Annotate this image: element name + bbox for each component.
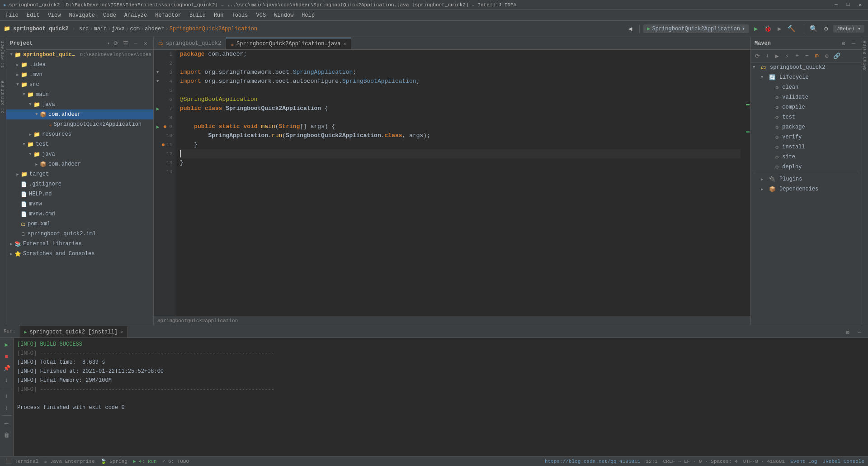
pin-tab-btn[interactable]: 📌 [2, 363, 12, 373]
event-log-link[interactable]: Event Log [790, 459, 817, 464]
maven-dependencies[interactable]: ▶ 📦 Dependencies [751, 184, 862, 194]
tree-mvnw[interactable]: 📄 mvnw [6, 199, 153, 209]
settings-btn[interactable]: ⚙ [821, 24, 831, 34]
menu-code[interactable]: Code [99, 11, 120, 19]
panel-collapse-btn[interactable]: — [132, 39, 140, 48]
tree-idea[interactable]: ▶ 📁 .idea [6, 60, 153, 70]
maven-collapse-btn[interactable]: − [802, 52, 811, 61]
run-tab[interactable]: ▶ springboot_quick2 [install] ✕ [19, 326, 128, 338]
tree-helpmd[interactable]: 📄 HELP.md [6, 189, 153, 199]
setup-guide-tab[interactable]: Setup Guide [862, 39, 868, 72]
tree-java-src[interactable]: ▼ 📁 java [6, 100, 153, 109]
tab-maven[interactable]: 🗂 springboot_quick2 [154, 38, 226, 49]
up-nav-btn[interactable]: ↑ [2, 391, 12, 401]
breadcrumb-com[interactable]: com [130, 26, 140, 32]
maven-settings-btn[interactable]: ⚙ [839, 39, 848, 48]
maven-site[interactable]: ⚙ site [751, 152, 862, 162]
maven-root[interactable]: ▼ 🗂 springboot_quick2 [751, 62, 862, 72]
menu-analyze[interactable]: Analyze [121, 11, 151, 19]
spring-btn[interactable]: 🍃 Spring [99, 458, 129, 464]
maven-run-btn[interactable]: ▶ [773, 52, 782, 61]
menu-navigate[interactable]: Navigate [65, 11, 99, 19]
maven-refresh-btn[interactable]: ⟳ [753, 52, 762, 61]
fold-4[interactable]: ▼ [156, 79, 159, 84]
tree-resources[interactable]: ▶ 📁 resources [6, 129, 153, 139]
maven-deploy[interactable]: ⚙ deploy [751, 162, 862, 172]
todo-btn[interactable]: ✓ 6: TODO [160, 458, 191, 464]
csdn-link[interactable]: https://blog.csdn.net/qq_4186811 [545, 459, 640, 464]
maven-more-btn[interactable]: ⚙ [822, 52, 831, 61]
tree-com-ahdeer[interactable]: ▼ 📦 com.ahdeer [6, 109, 153, 119]
menu-run[interactable]: Run [210, 11, 227, 19]
menu-view[interactable]: View [44, 11, 65, 19]
code-editor[interactable]: package com.ahdeer; import org.springfra… [176, 50, 744, 316]
run-coverage-btn[interactable]: ▶ [774, 24, 785, 34]
maven-test[interactable]: ⚙ test [751, 112, 862, 122]
breadcrumb-java[interactable]: java [112, 26, 125, 32]
fold-3[interactable]: ▼ [156, 70, 159, 75]
tree-springboot-app[interactable]: ☕ SpringbootQuick2Application [6, 119, 153, 129]
maven-link-btn[interactable]: 🔗 [832, 52, 841, 61]
tree-extlibs[interactable]: ▶ 📚 External Libraries [6, 239, 153, 249]
tree-scratches[interactable]: ▶ ⭐ Scratches and Consoles [6, 249, 153, 259]
minimize-btn[interactable]: ─ [832, 2, 840, 8]
maven-compile[interactable]: ⚙ compile [751, 102, 862, 112]
panel-hide-btn[interactable]: ✕ [142, 39, 150, 48]
maven-close-btn[interactable]: — [849, 39, 858, 48]
tree-src[interactable]: ▼ 📁 src [6, 80, 153, 90]
soft-wrap-btn[interactable]: ⟵ [2, 418, 12, 428]
run-config-selector[interactable]: ▶ SpringbootQuick2Application ▾ [643, 24, 749, 33]
breadcrumb-ahdeer[interactable]: ahdeer [145, 26, 164, 32]
back-btn[interactable]: ◀ [625, 24, 636, 34]
panel-sync-btn[interactable]: ⟳ [112, 39, 120, 48]
menu-tools[interactable]: Tools [228, 11, 252, 19]
maven-package[interactable]: ⚙ package [751, 122, 862, 132]
panel-settings-btn[interactable]: ☰ [122, 39, 130, 48]
tree-main[interactable]: ▼ 📁 main [6, 90, 153, 100]
maven-lifecycle[interactable]: ▼ 🔄 Lifecycle [751, 72, 862, 82]
menu-window[interactable]: Window [270, 11, 297, 19]
tab-close-btn[interactable]: ✕ [343, 41, 346, 47]
run-panel-minimize-btn[interactable]: — [854, 328, 864, 338]
maven-install[interactable]: ⚙ install [751, 142, 862, 152]
java-enterprise-btn[interactable]: ☕ Java Enterprise [42, 458, 96, 464]
tree-test[interactable]: ▼ 📁 test [6, 139, 153, 149]
tree-test-com-ahdeer[interactable]: ▶ 📦 com.ahdeer [6, 159, 153, 169]
structure-tab-btn[interactable]: 2: Structure [0, 79, 6, 115]
tab-main-java[interactable]: ☕ SpringbootQuick2Application.java ✕ [226, 38, 351, 49]
run-7[interactable]: ▶ [156, 106, 160, 112]
tree-mvn[interactable]: ▶ 📁 .mvn [6, 70, 153, 80]
terminal-btn[interactable]: ⬛ Terminal [4, 458, 40, 464]
jrebel-console-link[interactable]: JRebel Console [823, 459, 864, 464]
run-btn[interactable]: ▶ [750, 24, 761, 34]
tree-gitignore[interactable]: 📄 .gitignore [6, 179, 153, 189]
maven-validate[interactable]: ⚙ validate [751, 92, 862, 102]
maven-skip-btn[interactable]: ⚡ [783, 52, 792, 61]
menu-vcs[interactable]: VCS [253, 11, 270, 19]
maven-expand-btn[interactable]: + [793, 52, 802, 61]
menu-edit[interactable]: Edit [23, 11, 43, 19]
breadcrumb-class[interactable]: SpringbootQuick2Application [170, 26, 257, 32]
rerun-btn[interactable]: ▶ [2, 340, 12, 350]
down-nav-btn[interactable]: ↓ [2, 403, 12, 413]
run-bottom-btn[interactable]: ▶ 4: Run [131, 458, 159, 464]
jrebel-badge[interactable]: JRebel ▾ [833, 25, 864, 33]
menu-help[interactable]: Help [298, 11, 318, 19]
maven-m-btn[interactable]: m [812, 52, 821, 61]
debug-btn[interactable]: 🐞 [762, 24, 773, 34]
maven-download-btn[interactable]: ⬇ [763, 52, 772, 61]
build-btn[interactable]: 🔨 [786, 24, 797, 34]
tree-mvnwcmd[interactable]: 📄 mvnw.cmd [6, 209, 153, 219]
tree-test-java[interactable]: ▼ 📁 java [6, 149, 153, 159]
breadcrumb-main[interactable]: main [94, 26, 107, 32]
maven-plugins[interactable]: ▶ 🔌 Plugins [751, 174, 862, 184]
run-tab-close[interactable]: ✕ [120, 329, 123, 335]
project-tab-btn[interactable]: 1: Project [0, 39, 6, 70]
run-panel-settings-btn[interactable]: ⚙ [843, 328, 853, 338]
stop-btn[interactable]: ■ [2, 352, 12, 361]
menu-file[interactable]: File [2, 11, 22, 19]
maximize-btn[interactable]: □ [844, 2, 853, 8]
scroll-end-btn[interactable]: ↓ [2, 375, 12, 385]
menu-build[interactable]: Build [186, 11, 209, 19]
panel-dropdown-icon[interactable]: ▾ [107, 41, 110, 46]
